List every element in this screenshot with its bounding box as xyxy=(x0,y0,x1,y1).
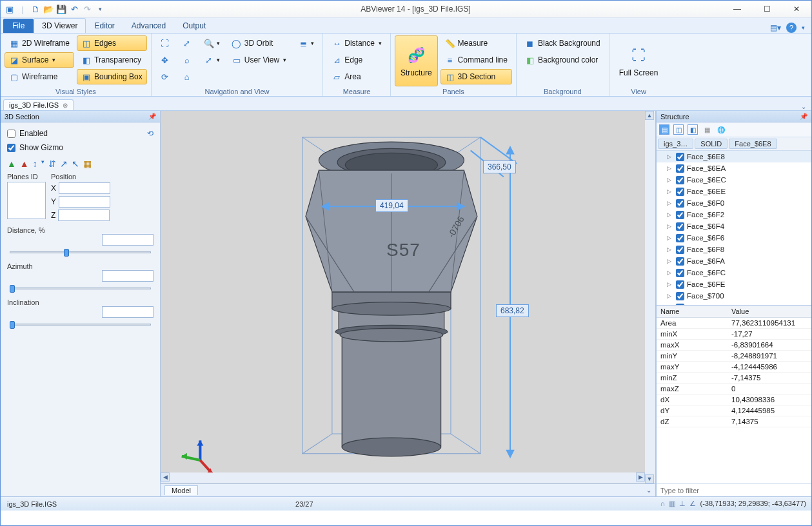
prop-row[interactable]: Area77,3623110954131 xyxy=(657,318,811,329)
tree-node-checkbox[interactable] xyxy=(676,257,684,266)
viewport-vscroll[interactable]: ▲ ▼ xyxy=(645,111,655,483)
help-icon[interactable]: ? xyxy=(786,23,797,33)
tree-node-checkbox[interactable] xyxy=(676,176,684,184)
nav-btn-1[interactable]: ⛶ xyxy=(155,35,175,51)
status-perp-icon[interactable]: ⊥ xyxy=(679,500,686,508)
prop-row[interactable]: minX-17,27 xyxy=(657,329,811,340)
measure-panel-button[interactable]: 📏Measure xyxy=(441,35,512,51)
options-icon[interactable]: ▤▾ xyxy=(770,23,781,32)
surface-button[interactable]: ◪Surface▾ xyxy=(5,52,74,68)
z-input[interactable] xyxy=(58,209,110,221)
tab-3d-viewer[interactable]: 3D Viewer xyxy=(34,18,86,33)
crumb-file[interactable]: igs_3… xyxy=(658,139,693,149)
crumb-face[interactable]: Face_$6E8 xyxy=(729,139,777,149)
nav-btn-6[interactable]: ⌂ xyxy=(177,69,197,84)
tree-twisty-icon[interactable]: ▷ xyxy=(667,165,673,171)
redo-icon[interactable]: ↷ xyxy=(82,4,92,14)
tree-twisty-icon[interactable]: ▷ xyxy=(667,246,673,253)
close-tab-icon[interactable]: ⊗ xyxy=(63,102,68,109)
azimuth-slider[interactable] xyxy=(7,283,153,293)
scroll-right-icon[interactable]: ▶ xyxy=(636,472,645,482)
structure-pin-icon[interactable]: 📌 xyxy=(800,113,807,120)
tree-twisty-icon[interactable]: ▷ xyxy=(667,200,673,206)
tree-node[interactable]: ▷Face_$6F8 xyxy=(657,244,811,255)
st-tool-2-icon[interactable]: ◫ xyxy=(673,124,684,135)
tree-node-checkbox[interactable] xyxy=(676,292,684,300)
reset-icon[interactable]: ⟲ xyxy=(147,129,153,138)
expand-tabs-icon[interactable]: ⌄ xyxy=(801,103,806,110)
black-bg-button[interactable]: ◼Black Background xyxy=(520,35,605,51)
tree-node-checkbox[interactable] xyxy=(676,211,684,219)
x-input[interactable] xyxy=(59,182,110,194)
tree-node-checkbox[interactable] xyxy=(676,280,684,289)
structure-tree[interactable]: ▷Face_$6E8▷Face_$6EA▷Face_$6EC▷Face_$6EE… xyxy=(657,151,811,306)
qat-dropdown-icon[interactable]: ▾ xyxy=(95,4,105,14)
tree-node[interactable]: ▷Face_$6F6 xyxy=(657,232,811,244)
viewport-3d[interactable]: 366,50 419,04 683,82 S57 -0706 ▲ ▼ ◀ ▶ M… xyxy=(161,111,656,496)
y-input[interactable] xyxy=(59,196,110,208)
tree-node-checkbox[interactable] xyxy=(676,269,684,277)
nav-btn-3[interactable]: ⟳ xyxy=(155,69,175,84)
area-button[interactable]: ▱Area xyxy=(327,69,386,84)
maximize-button[interactable]: ☐ xyxy=(752,1,782,18)
tree-node[interactable]: ▷Face_$6EC xyxy=(657,174,811,186)
prop-row[interactable]: maxZ0 xyxy=(657,384,811,394)
open-icon[interactable]: 📂 xyxy=(43,4,54,14)
save-icon[interactable]: 💾 xyxy=(56,4,66,14)
tree-node[interactable]: ▷Face_$6FE xyxy=(657,278,811,290)
model-tab[interactable]: Model xyxy=(164,485,198,495)
help-dropdown-icon[interactable]: ▾ xyxy=(802,24,805,31)
nav-btn-5[interactable]: ⌕ xyxy=(177,52,197,68)
plane-dd-icon[interactable]: ▾ xyxy=(41,159,45,169)
viewport-hscroll[interactable]: ◀ ▶ xyxy=(161,472,645,483)
prop-row[interactable]: maxX-6,83901664 xyxy=(657,340,811,351)
crumb-solid[interactable]: SOLID xyxy=(695,139,728,149)
tree-node[interactable]: ▷Face_$6F0 xyxy=(657,197,811,209)
prop-row[interactable]: dX10,43098336 xyxy=(657,394,811,405)
new-icon[interactable]: 🗋 xyxy=(30,4,41,14)
tree-node[interactable]: ▷Face_$6F2 xyxy=(657,209,811,220)
tree-twisty-icon[interactable]: ▷ xyxy=(667,188,673,195)
status-snap-icon[interactable]: ▥ xyxy=(669,500,675,508)
tree-twisty-icon[interactable]: ▷ xyxy=(667,235,673,241)
st-tool-1-icon[interactable]: ▤ xyxy=(659,124,669,135)
userview-button[interactable]: ▭User View▾ xyxy=(227,52,291,68)
tree-node[interactable]: ▷Face_$6EA xyxy=(657,162,811,174)
tree-node[interactable]: ▷Face_$700 xyxy=(657,290,811,302)
nav-btn-4[interactable]: ⤢ xyxy=(177,35,197,51)
document-tab[interactable]: igs_3D File.IGS ⊗ xyxy=(3,99,74,110)
tree-node-checkbox[interactable] xyxy=(676,222,684,231)
nav-btn-2[interactable]: ✥ xyxy=(155,52,175,68)
planes-id-list[interactable] xyxy=(7,182,46,219)
plane-ex3-icon[interactable]: ▦ xyxy=(83,159,92,169)
st-tool-5-icon[interactable]: 🌐 xyxy=(716,124,726,135)
tree-node[interactable]: ▷Face_$6EE xyxy=(657,186,811,197)
tree-node[interactable]: ▷Face_$6FC xyxy=(657,267,811,278)
undo-icon[interactable]: ↶ xyxy=(69,4,79,14)
tree-node-checkbox[interactable] xyxy=(676,199,684,208)
close-button[interactable]: ✕ xyxy=(782,1,811,18)
tree-twisty-icon[interactable]: ▷ xyxy=(667,281,673,287)
plane-del-icon[interactable]: ▲ xyxy=(20,159,29,169)
tab-advanced[interactable]: Advanced xyxy=(123,18,174,33)
edges-button[interactable]: ◫Edges xyxy=(77,35,147,51)
tree-node-checkbox[interactable] xyxy=(676,153,684,161)
tab-options-icon[interactable]: ⌄ xyxy=(646,487,651,494)
structure-panel-button[interactable]: 🧬 Structure xyxy=(395,35,438,86)
tree-node-checkbox[interactable] xyxy=(676,234,684,242)
filter-input[interactable] xyxy=(657,484,811,496)
plane-z-icon[interactable]: ↕ xyxy=(33,159,37,169)
cube-icon[interactable]: ▣ xyxy=(5,4,15,14)
tree-twisty-icon[interactable]: ▷ xyxy=(667,153,673,160)
distance-slider[interactable] xyxy=(7,247,153,257)
plane-ex1-icon[interactable]: ↗ xyxy=(60,159,68,169)
cmd-panel-button[interactable]: ≡Command line xyxy=(441,52,512,68)
wireframe2d-button[interactable]: ▦2D Wireframe xyxy=(5,35,74,51)
scroll-left-icon[interactable]: ◀ xyxy=(161,472,170,482)
tab-editor[interactable]: Editor xyxy=(86,18,123,33)
bg-color-button[interactable]: ◧Background color xyxy=(520,52,605,68)
distance-input[interactable] xyxy=(102,234,153,246)
prop-row[interactable]: minY-8,248891971 xyxy=(657,351,811,362)
tree-node[interactable]: ▷Face_$6FA xyxy=(657,255,811,267)
prop-row[interactable]: maxY-4,124445986 xyxy=(657,362,811,373)
